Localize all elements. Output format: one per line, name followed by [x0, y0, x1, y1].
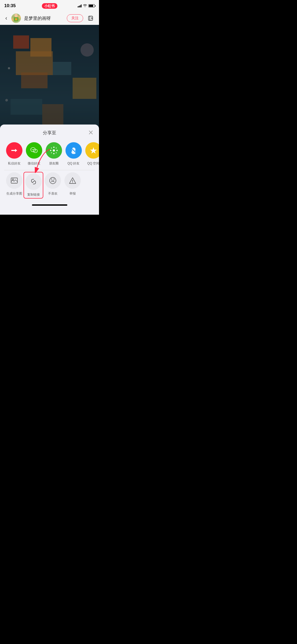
moments-icon — [46, 142, 62, 159]
status-bar: 10:35 小红书 — [0, 0, 99, 12]
svg-point-30 — [12, 179, 13, 180]
share-item-qq-zone[interactable]: QQ 空间 — [83, 142, 99, 166]
main-content: 分享至 私信好友 — [0, 25, 99, 215]
sheet-header: 分享至 — [0, 125, 99, 140]
share-options-row: 私信好友 微信好友 — [0, 140, 99, 170]
svg-point-0 — [15, 14, 18, 17]
app-container: 10:35 小红书 ‹ — [0, 0, 99, 215]
svg-point-16 — [53, 153, 54, 154]
svg-point-35 — [72, 182, 73, 183]
bottom-sheet: 分享至 私信好友 — [0, 125, 99, 215]
qq-friend-label: QQ 好友 — [67, 161, 79, 166]
report-label: 举报 — [69, 191, 76, 196]
status-icons — [78, 4, 95, 8]
xhs-logo: 小红书 — [42, 3, 57, 9]
wifi-icon — [83, 4, 87, 8]
status-time: 10:35 — [4, 3, 16, 8]
dm-icon — [6, 142, 22, 159]
action-item-copy-link[interactable]: 复制链接 — [23, 172, 43, 199]
svg-rect-4 — [17, 17, 18, 21]
svg-marker-25 — [90, 147, 97, 154]
svg-point-20 — [56, 148, 57, 149]
svg-point-14 — [53, 149, 55, 151]
sheet-title: 分享至 — [43, 130, 56, 136]
signal-icon — [78, 4, 82, 7]
share-item-qq-friend[interactable]: QQ 好友 — [64, 142, 83, 166]
svg-point-18 — [56, 150, 58, 151]
home-indicator — [32, 204, 67, 206]
dislike-icon — [45, 172, 61, 189]
close-button[interactable] — [87, 128, 95, 136]
svg-line-31 — [32, 181, 35, 183]
svg-point-13 — [35, 151, 36, 151]
svg-point-15 — [53, 147, 54, 148]
share-item-moments[interactable]: 朋友圈 — [44, 142, 64, 166]
copy-link-label: 复制链接 — [27, 192, 40, 197]
action-item-report[interactable]: 举报 — [63, 172, 82, 198]
copy-link-icon — [25, 173, 42, 190]
action-item-dislike[interactable]: 不喜欢 — [43, 172, 63, 198]
action-item-save-image[interactable]: 生成分享图 — [4, 172, 24, 198]
qq-friend-icon — [65, 142, 82, 159]
svg-point-12 — [34, 151, 35, 151]
share-item-wechat[interactable]: 微信好友 — [24, 142, 44, 166]
wechat-label: 微信好友 — [28, 161, 40, 166]
save-image-icon — [6, 172, 22, 189]
svg-rect-2 — [15, 18, 17, 20]
svg-point-21 — [51, 152, 52, 153]
share-item-dm[interactable]: 私信好友 — [4, 142, 24, 166]
page-title: 是梦里的画呀 — [24, 15, 64, 21]
battery-icon — [88, 4, 95, 7]
dm-label: 私信好友 — [8, 161, 21, 166]
qq-zone-label: QQ 空间 — [87, 161, 99, 166]
qq-zone-icon — [85, 142, 99, 159]
wechat-icon — [26, 142, 42, 159]
save-image-label: 生成分享图 — [6, 191, 22, 196]
svg-point-19 — [51, 148, 52, 149]
back-button[interactable]: ‹ — [4, 14, 8, 23]
dislike-label: 不喜欢 — [48, 191, 58, 196]
follow-button[interactable]: 关注 — [67, 14, 83, 22]
svg-point-22 — [56, 152, 57, 153]
nav-bar: ‹ 是梦里的画呀 关注 — [0, 12, 99, 25]
moments-label: 朋友圈 — [49, 161, 59, 166]
report-icon — [64, 172, 81, 189]
svg-rect-3 — [14, 17, 15, 21]
app-badge: 小红书 — [42, 3, 57, 8]
share-button[interactable] — [86, 14, 95, 22]
avatar[interactable] — [11, 13, 21, 23]
svg-point-9 — [32, 149, 32, 150]
svg-point-32 — [50, 177, 56, 184]
svg-point-17 — [50, 150, 51, 151]
action-options-row: 生成分享图 复制链接 — [0, 170, 99, 202]
